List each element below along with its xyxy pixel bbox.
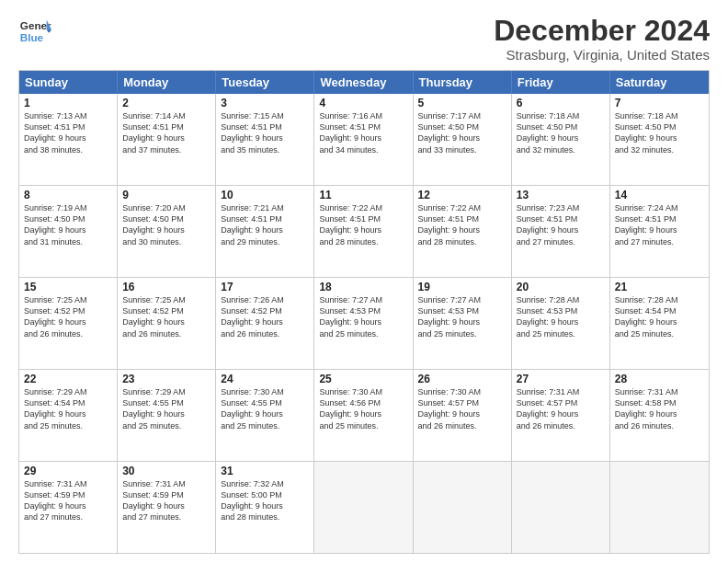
cell-dec17: 17 Sunrise: 7:26 AMSunset: 4:52 PMDaylig… — [216, 278, 314, 369]
header-tuesday: Tuesday — [216, 71, 314, 94]
logo-icon: General Blue — [18, 15, 51, 48]
cell-dec1: 1 Sunrise: 7:13 AMSunset: 4:51 PMDayligh… — [19, 94, 118, 185]
calendar-subtitle: Strasburg, Virginia, United States — [494, 47, 710, 63]
cell-dec13: 13 Sunrise: 7:23 AMSunset: 4:51 PMDaylig… — [512, 186, 610, 277]
cell-dec11: 11 Sunrise: 7:22 AMSunset: 4:51 PMDaylig… — [314, 186, 413, 277]
cell-dec5: 5 Sunrise: 7:17 AMSunset: 4:50 PMDayligh… — [414, 94, 512, 185]
cell-dec27: 27 Sunrise: 7:31 AMSunset: 4:57 PMDaylig… — [512, 370, 610, 461]
week-1: 1 Sunrise: 7:13 AMSunset: 4:51 PMDayligh… — [19, 94, 709, 185]
cell-dec12: 12 Sunrise: 7:22 AMSunset: 4:51 PMDaylig… — [414, 186, 512, 277]
week-5: 29 Sunrise: 7:31 AMSunset: 4:59 PMDaylig… — [19, 461, 709, 553]
cell-dec25: 25 Sunrise: 7:30 AMSunset: 4:56 PMDaylig… — [314, 370, 413, 461]
cell-dec14: 14 Sunrise: 7:24 AMSunset: 4:51 PMDaylig… — [610, 186, 709, 277]
cell-dec2: 2 Sunrise: 7:14 AMSunset: 4:51 PMDayligh… — [118, 94, 216, 185]
calendar-body: 1 Sunrise: 7:13 AMSunset: 4:51 PMDayligh… — [19, 94, 709, 553]
cell-dec28: 28 Sunrise: 7:31 AMSunset: 4:58 PMDaylig… — [610, 370, 709, 461]
cell-dec23: 23 Sunrise: 7:29 AMSunset: 4:55 PMDaylig… — [118, 370, 216, 461]
cell-dec3: 3 Sunrise: 7:15 AMSunset: 4:51 PMDayligh… — [216, 94, 314, 185]
header-sunday: Sunday — [19, 71, 118, 94]
cell-dec16: 16 Sunrise: 7:25 AMSunset: 4:52 PMDaylig… — [118, 278, 216, 369]
cell-dec30: 30 Sunrise: 7:31 AMSunset: 4:59 PMDaylig… — [118, 462, 216, 553]
cell-dec26: 26 Sunrise: 7:30 AMSunset: 4:57 PMDaylig… — [414, 370, 512, 461]
header-wednesday: Wednesday — [314, 71, 413, 94]
cell-dec10: 10 Sunrise: 7:21 AMSunset: 4:51 PMDaylig… — [216, 186, 314, 277]
cell-dec8: 8 Sunrise: 7:19 AMSunset: 4:50 PMDayligh… — [19, 186, 118, 277]
cell-dec20: 20 Sunrise: 7:28 AMSunset: 4:53 PMDaylig… — [512, 278, 610, 369]
cell-dec19: 19 Sunrise: 7:27 AMSunset: 4:53 PMDaylig… — [414, 278, 512, 369]
week-4: 22 Sunrise: 7:29 AMSunset: 4:54 PMDaylig… — [19, 369, 709, 461]
cell-dec6: 6 Sunrise: 7:18 AMSunset: 4:50 PMDayligh… — [512, 94, 610, 185]
cell-dec21: 21 Sunrise: 7:28 AMSunset: 4:54 PMDaylig… — [610, 278, 709, 369]
cell-dec9: 9 Sunrise: 7:20 AMSunset: 4:50 PMDayligh… — [118, 186, 216, 277]
cell-empty-1 — [314, 462, 413, 553]
week-3: 15 Sunrise: 7:25 AMSunset: 4:52 PMDaylig… — [19, 277, 709, 369]
logo: General Blue — [18, 15, 51, 48]
cell-dec7: 7 Sunrise: 7:18 AMSunset: 4:50 PMDayligh… — [610, 94, 709, 185]
cell-dec15: 15 Sunrise: 7:25 AMSunset: 4:52 PMDaylig… — [19, 278, 118, 369]
calendar: Sunday Monday Tuesday Wednesday Thursday… — [18, 70, 710, 554]
cell-dec22: 22 Sunrise: 7:29 AMSunset: 4:54 PMDaylig… — [19, 370, 118, 461]
cell-dec18: 18 Sunrise: 7:27 AMSunset: 4:53 PMDaylig… — [314, 278, 413, 369]
header-thursday: Thursday — [414, 71, 512, 94]
cell-dec4: 4 Sunrise: 7:16 AMSunset: 4:51 PMDayligh… — [314, 94, 413, 185]
header-friday: Friday — [512, 71, 610, 94]
title-block: December 2024 Strasburg, Virginia, Unite… — [494, 15, 710, 63]
calendar-header-row: Sunday Monday Tuesday Wednesday Thursday… — [19, 71, 709, 94]
header-monday: Monday — [118, 71, 216, 94]
header: General Blue December 2024 Strasburg, Vi… — [18, 15, 710, 63]
week-2: 8 Sunrise: 7:19 AMSunset: 4:50 PMDayligh… — [19, 185, 709, 277]
cell-empty-3 — [512, 462, 610, 553]
cell-dec24: 24 Sunrise: 7:30 AMSunset: 4:55 PMDaylig… — [216, 370, 314, 461]
calendar-title: December 2024 — [494, 15, 710, 47]
svg-text:Blue: Blue — [20, 31, 44, 43]
cell-empty-4 — [610, 462, 709, 553]
header-saturday: Saturday — [610, 71, 709, 94]
cell-dec29: 29 Sunrise: 7:31 AMSunset: 4:59 PMDaylig… — [19, 462, 118, 553]
page: General Blue December 2024 Strasburg, Vi… — [0, 0, 728, 563]
cell-empty-2 — [414, 462, 512, 553]
cell-dec31: 31 Sunrise: 7:32 AMSunset: 5:00 PMDaylig… — [216, 462, 314, 553]
